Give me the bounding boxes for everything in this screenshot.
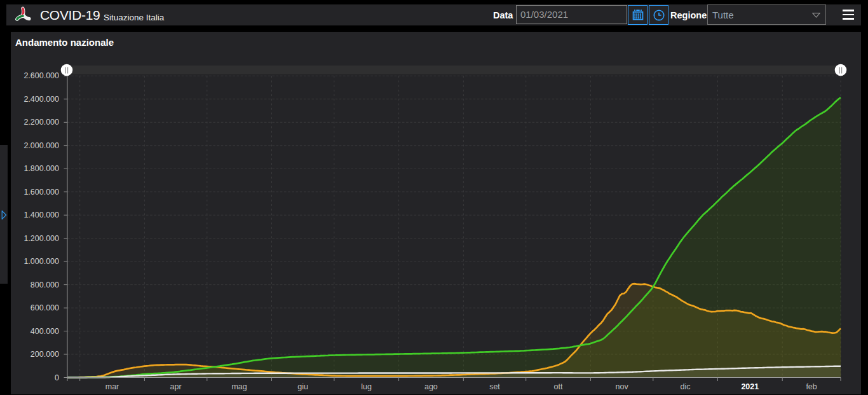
svg-text:nov: nov xyxy=(616,382,629,391)
svg-text:ago: ago xyxy=(424,382,438,391)
svg-text:400.000: 400.000 xyxy=(31,327,59,336)
svg-text:600.000: 600.000 xyxy=(31,303,59,312)
svg-text:200.000: 200.000 xyxy=(31,350,59,359)
svg-text:2.400.000: 2.400.000 xyxy=(24,95,59,104)
svg-text:giu: giu xyxy=(297,382,308,391)
svg-text:dic: dic xyxy=(681,382,691,391)
svg-text:800.000: 800.000 xyxy=(31,281,59,289)
svg-text:apr: apr xyxy=(170,382,182,391)
svg-text:feb: feb xyxy=(806,382,817,391)
svg-text:1.400.000: 1.400.000 xyxy=(24,211,59,219)
svg-text:2.200.000: 2.200.000 xyxy=(24,118,59,127)
svg-text:lug: lug xyxy=(361,382,372,391)
svg-text:1.800.000: 1.800.000 xyxy=(24,164,59,173)
svg-text:2021: 2021 xyxy=(741,382,759,391)
svg-text:mag: mag xyxy=(231,382,247,391)
svg-text:mar: mar xyxy=(105,382,119,391)
svg-text:1.000.000: 1.000.000 xyxy=(24,257,59,266)
svg-text:set: set xyxy=(489,382,500,391)
svg-text:2.600.000: 2.600.000 xyxy=(24,71,59,80)
svg-text:1.200.000: 1.200.000 xyxy=(24,234,59,243)
svg-text:0: 0 xyxy=(55,373,59,382)
svg-text:ott: ott xyxy=(554,382,563,391)
svg-text:1.600.000: 1.600.000 xyxy=(24,188,59,197)
svg-text:2.000.000: 2.000.000 xyxy=(24,141,59,150)
